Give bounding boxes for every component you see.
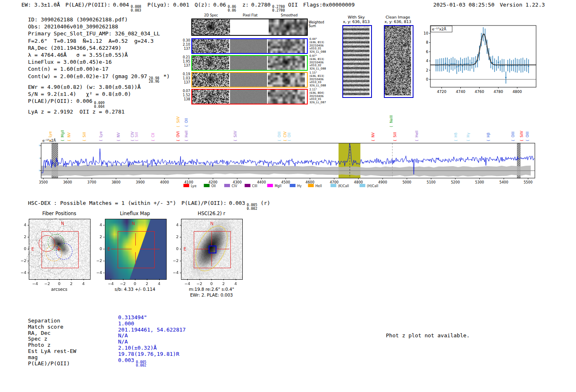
line-label-nv: NV	[116, 132, 121, 137]
y-tick-label: 6	[426, 50, 428, 54]
x-tick-label: 4800	[354, 180, 363, 184]
y-tick	[28, 249, 29, 249]
legend-swatch-(h)caii	[360, 184, 365, 187]
y-tick-label: 0	[94, 246, 102, 251]
catalog-position-box	[209, 246, 216, 253]
target-cross: +	[56, 246, 61, 252]
cutout-row-meta: 0.97"(636, 813)20210406v010_02326_LL_088	[309, 55, 334, 71]
info-line: Cont(w) = 2.00(±0.02)e-17 (gmag 20.9720.…	[28, 73, 170, 84]
elixer-report: EW: 3.3±1.0ÅP(LAE)/P(OII):0.0040.0080.00…	[0, 0, 576, 392]
line-label-oii: OII	[184, 118, 188, 123]
x-tick	[84, 279, 84, 280]
legend-label: Hγ	[297, 184, 302, 188]
data-point	[517, 65, 518, 67]
data-point	[458, 65, 459, 67]
compass-n: N	[61, 221, 64, 226]
line-label-cii: CII	[151, 133, 155, 137]
x-tick	[147, 279, 147, 280]
crosshair-v	[135, 233, 136, 246]
y-tick-label: −4	[18, 270, 26, 275]
legend-label: Lyα	[191, 184, 197, 188]
x-tick-label: 3800	[111, 180, 121, 184]
x-tick-label: 5200	[451, 180, 460, 184]
legend-label: MgII	[274, 184, 281, 188]
withsky-coords: x, y: 636, 813	[336, 19, 377, 24]
flags-value: Flags:0x00000009	[303, 2, 355, 8]
line-label-bracket: {	[487, 139, 490, 141]
error-range: 0.0090.004	[94, 101, 105, 108]
withsky-image	[342, 25, 372, 98]
hsc-dex-header: HSC-DEX : Possible Matches = 1 (within +…	[28, 200, 270, 210]
line-label-hβ: Hβ	[486, 132, 490, 137]
x-tick-label: 4760	[475, 90, 484, 94]
info-line: EWr = 4.90(±0.82) (w: 3.80(±0.58))Å	[28, 84, 170, 90]
line-label-oiii: OIII	[525, 132, 530, 137]
line-label-nv: NV	[67, 132, 71, 137]
y-tick	[28, 237, 29, 237]
line-label-bracket: {	[283, 139, 287, 141]
match-field-value: 2.10(±0.32)Å	[118, 345, 186, 351]
legend-label: (H)CaII	[367, 184, 378, 188]
y-tick-label: −2	[18, 258, 26, 263]
x-tick-label: 2	[218, 281, 228, 286]
y-tick-label: 4	[426, 59, 428, 63]
match-field-value: 1.000	[118, 321, 186, 327]
x-tick-label: −4	[182, 281, 192, 286]
cleanimage-title: Clean Image	[377, 15, 418, 19]
y-tick-label: −4	[170, 270, 179, 275]
y-tick-label: 10	[424, 31, 428, 35]
line-label-siiv: SiIV	[176, 116, 180, 123]
line-label-bracket: {	[372, 139, 375, 141]
qz-label: Q(z):	[195, 2, 211, 8]
crosshair-h	[140, 249, 160, 249]
fiber-positions-panel: +NE	[29, 219, 91, 280]
line-label-mgii: MgII	[60, 130, 65, 137]
match-table-labels: SeparationMatch scoreRA, DecSpec zPhoto …	[28, 318, 76, 366]
z-type: OII	[288, 2, 297, 8]
y-tick	[180, 237, 181, 237]
data-point	[471, 63, 473, 64]
hsc-plae-label: P(LAE)/P(OII):	[181, 200, 227, 206]
line-label-bracket: {	[185, 139, 188, 141]
line-label-bracket: (	[177, 126, 180, 127]
y-tick-label: 10	[39, 144, 39, 148]
cutout-row-stats: 0.302.10137	[176, 39, 190, 51]
y-tick	[103, 225, 105, 225]
cutout-row-stats: 0.191.03137	[176, 72, 190, 85]
legend-swatch-oii	[204, 184, 209, 187]
match-field-label: Est LyA rest-EW	[28, 348, 76, 355]
x-tick-label: 4	[231, 281, 241, 286]
info-line: λ = 4764.46Å σ = 3.55(±0.55)Å	[28, 51, 170, 58]
y-tick-label: −2	[170, 258, 179, 263]
x-tick	[159, 279, 160, 280]
line-label-oiii: OIII	[277, 132, 281, 137]
fiber-positions-xlabel: arcsecs	[35, 287, 84, 292]
line-label-bracket: {	[99, 139, 103, 141]
info-line: ID: 3090262188 (3090262188.pdf)	[28, 16, 170, 23]
line-label-hγ: Hγ	[466, 133, 470, 137]
match-field-label: Separation	[28, 318, 76, 324]
line-label-bracket: (	[390, 126, 393, 127]
x-tick-label: 0	[130, 281, 140, 286]
crosshair-v	[211, 232, 212, 246]
qz-value: 0.06	[213, 2, 226, 8]
legend-label: CIV	[232, 184, 237, 188]
compass-e: E	[31, 246, 34, 251]
match-table-values: 0.313494"1.000201.194461, 54.622817N/AN/…	[118, 315, 186, 367]
y-tick	[180, 249, 181, 249]
weighted-sum-label: Weighted Sum	[309, 21, 329, 28]
y-tick-label: −4	[94, 270, 102, 275]
x-tick-label: 3600	[63, 180, 72, 184]
y-tick	[28, 273, 29, 273]
line-label-bracket: {	[49, 139, 52, 141]
x-tick-label: 4300	[233, 180, 242, 184]
data-point	[492, 62, 493, 63]
ew-value: EW: 3.3±1.0Å	[21, 2, 60, 8]
data-point	[453, 63, 454, 65]
datetime-value: 2025-01-03 08:25:50	[433, 2, 495, 8]
hsc-image-xlabel: m:19.8 re:2.6" s:0.4"	[174, 287, 249, 292]
line-label-siii: SiII	[135, 132, 139, 137]
lineflux-map-panel: NE	[105, 219, 167, 280]
cutout-col-pixelflat: Pixel Flat	[234, 14, 267, 17]
hsc-image-title: HSC(26.2) r	[179, 211, 244, 216]
